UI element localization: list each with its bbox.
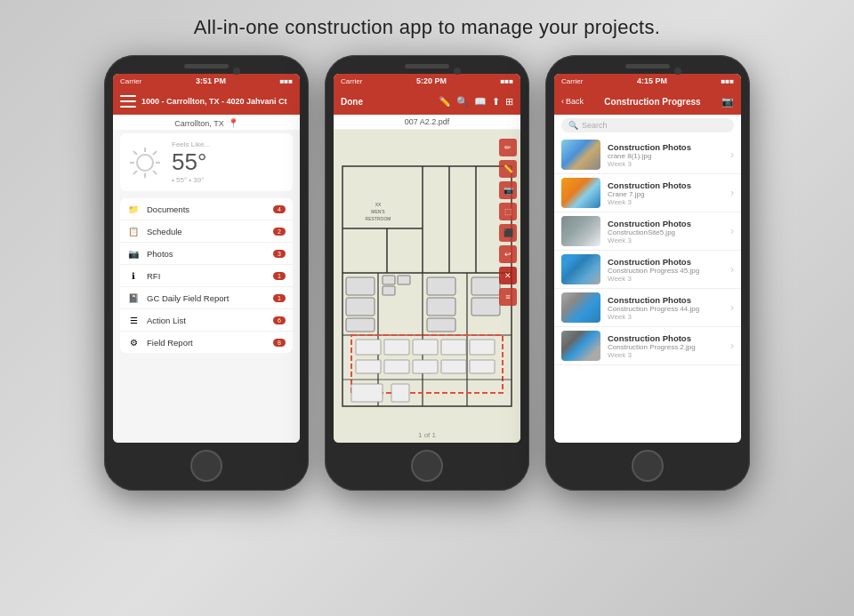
blueprint-filename: 007 A2.2.pdf: [334, 115, 520, 130]
photo-info-3: Construction Photos ConstructionSite5.jp…: [608, 219, 723, 244]
feels-like-label: Feels Like...: [172, 140, 286, 148]
svg-rect-23: [346, 277, 375, 295]
photo-title-5: Construction Photos: [608, 295, 723, 305]
svg-line-8: [133, 171, 137, 174]
phone-1-battery: ■■■: [280, 77, 294, 85]
photo-thumb-6: [561, 331, 600, 361]
menu-item-rfi[interactable]: ℹ RFI 1: [120, 265, 293, 287]
photo-filename-5: Construction Progress 44.jpg: [608, 305, 723, 313]
location-text: Carrollton, TX: [174, 119, 223, 128]
phone-3-battery: ■■■: [721, 77, 735, 85]
photo-week-2: Week 3: [608, 198, 723, 206]
documents-label: Documents: [147, 204, 266, 214]
back-button[interactable]: ‹ Back: [561, 97, 584, 106]
phone-1-speaker: [184, 64, 229, 68]
sun-icon: [127, 145, 163, 180]
menu-item-gc-daily[interactable]: 📓 GC Daily Field Report 1: [120, 287, 293, 309]
tool-layer[interactable]: ⬚: [499, 203, 517, 220]
phone-3-status-bar: Carrier 4:15 PM ■■■: [554, 74, 741, 88]
phone-1-time: 3:51 PM: [196, 76, 226, 85]
field-report-icon: ⚙: [127, 336, 140, 348]
menu-item-action-list[interactable]: ☰ Action List 6: [120, 309, 293, 332]
svg-rect-27: [398, 276, 410, 284]
svg-rect-40: [356, 360, 381, 373]
phone-1-status-bar: Carrier 3:51 PM ■■■: [113, 74, 300, 88]
tool-undo[interactable]: ↩: [499, 245, 517, 263]
phone-2-time: 5:20 PM: [416, 76, 447, 85]
blueprint-area[interactable]: XX MEN'S RESTROOM: [334, 130, 520, 443]
schedule-label: Schedule: [147, 227, 266, 236]
menu-item-photos[interactable]: 📷 Photos 3: [120, 243, 293, 265]
svg-text:RESTROOM: RESTROOM: [366, 216, 391, 221]
svg-rect-39: [470, 340, 495, 355]
edit-icon[interactable]: ✏️: [439, 96, 451, 108]
field-report-badge: 8: [273, 339, 286, 347]
photo-item-2[interactable]: Construction Photos Crane 7.jpg Week 3 ›: [554, 174, 741, 212]
svg-rect-37: [413, 340, 438, 355]
svg-rect-44: [470, 360, 495, 373]
svg-rect-32: [471, 277, 500, 295]
svg-rect-36: [384, 340, 409, 355]
photo-week-4: Week 3: [608, 275, 723, 283]
share-icon[interactable]: ⬆: [492, 96, 500, 108]
photo-week-3: Week 3: [608, 236, 723, 244]
svg-rect-38: [441, 340, 466, 355]
photos-label: Photos: [147, 249, 266, 259]
photo-info-1: Construction Photos crane 8(1).jpg Week …: [608, 142, 723, 168]
phone-1-home-button[interactable]: [190, 450, 222, 482]
photo-item-4[interactable]: Construction Photos Construction Progres…: [554, 251, 741, 289]
photo-thumb-5: [561, 292, 600, 323]
photo-info-6: Construction Photos Construction Progres…: [608, 333, 723, 359]
weather-block: Feels Like... 55° • 55° • 39°: [172, 140, 286, 184]
photo-chevron-1: ›: [730, 148, 734, 161]
documents-badge: 4: [273, 205, 286, 213]
phone-2-home-button[interactable]: [411, 450, 443, 482]
rfi-badge: 1: [273, 272, 286, 280]
menu-item-schedule[interactable]: 📋 Schedule 2: [120, 220, 293, 243]
photo-item-6[interactable]: Construction Photos Construction Progres…: [554, 327, 741, 365]
phone-3: Carrier 4:15 PM ■■■ ‹ Back Construction …: [545, 55, 750, 491]
tool-select[interactable]: ⬛: [499, 224, 517, 242]
search-bar[interactable]: 🔍 Search: [561, 118, 734, 132]
photo-thumb-3: [561, 216, 600, 246]
svg-text:MEN'S: MEN'S: [371, 209, 385, 214]
book-icon[interactable]: 📖: [474, 96, 487, 108]
phone-2-toolbar-icons: ✏️ 🔍 📖 ⬆ ⊞: [439, 96, 513, 108]
phone-3-home-button[interactable]: [632, 450, 664, 482]
phone-3-screen: Carrier 4:15 PM ■■■ ‹ Back Construction …: [554, 74, 741, 443]
hamburger-icon[interactable]: [120, 95, 136, 108]
photo-item-3[interactable]: Construction Photos ConstructionSite5.jp…: [554, 212, 741, 251]
tool-menu[interactable]: ≡: [499, 288, 517, 306]
menu-item-field-report[interactable]: ⚙ Field Report 8: [120, 332, 293, 353]
svg-text:XX: XX: [375, 202, 382, 207]
svg-rect-25: [346, 318, 375, 332]
gc-daily-icon: 📓: [127, 292, 140, 304]
svg-line-5: [133, 151, 137, 155]
done-button[interactable]: Done: [341, 97, 363, 107]
photo-list: Construction Photos crane 8(1).jpg Week …: [554, 136, 741, 443]
photo-title-3: Construction Photos: [608, 219, 723, 228]
menu-list: 📁 Documents 4 📋 Schedule 2 📷 Photos 3: [120, 198, 293, 353]
svg-rect-28: [383, 286, 395, 295]
tool-delete[interactable]: ✕: [499, 267, 517, 284]
svg-rect-47: [391, 384, 409, 402]
tool-pen[interactable]: ✏: [499, 139, 517, 156]
svg-rect-42: [413, 360, 438, 373]
phone-3-time: 4:15 PM: [637, 76, 667, 85]
tool-measure[interactable]: 📏: [499, 160, 517, 178]
grid-icon[interactable]: ⊞: [505, 96, 513, 108]
field-report-label: Field Report: [147, 338, 266, 348]
camera-icon[interactable]: 📷: [721, 96, 734, 108]
search-icon[interactable]: 🔍: [456, 96, 469, 108]
photo-thumb-4: [561, 254, 600, 284]
phone-3-carrier: Carrier: [561, 77, 583, 85]
tool-photo[interactable]: 📷: [499, 181, 517, 199]
photo-item-5[interactable]: Construction Photos Construction Progres…: [554, 289, 741, 327]
action-list-label: Action List: [147, 316, 266, 325]
photo-thumb-1: [561, 140, 600, 170]
phone-1-camera: [233, 68, 240, 75]
photo-item-1[interactable]: Construction Photos crane 8(1).jpg Week …: [554, 136, 741, 174]
menu-item-documents[interactable]: 📁 Documents 4: [120, 198, 293, 220]
blueprint-svg: XX MEN'S RESTROOM: [334, 130, 520, 443]
photo-title-1: Construction Photos: [608, 142, 723, 152]
